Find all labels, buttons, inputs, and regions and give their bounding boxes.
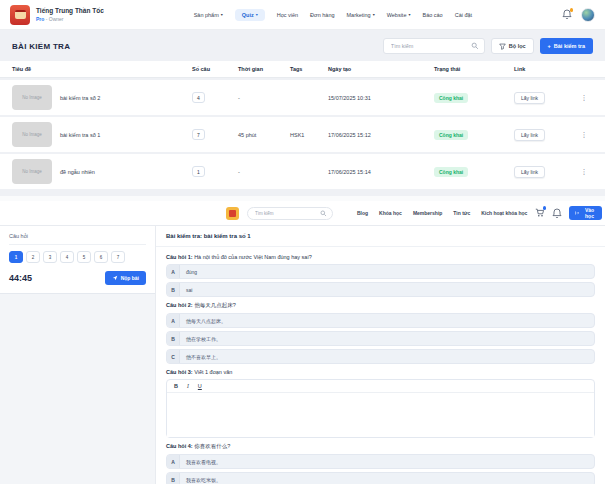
answer-option[interactable]: Ađúng xyxy=(166,264,595,279)
duration-cell: 45 phút xyxy=(238,132,290,138)
filter-button[interactable]: Bộ lọc xyxy=(491,38,534,54)
nav-item-cai-dat[interactable]: Cài đặt xyxy=(455,12,472,18)
nav-item-quiz[interactable]: Quiz▾ xyxy=(235,9,265,21)
row-menu-icon[interactable]: ⋮ xyxy=(576,168,592,176)
answer-option[interactable]: B我喜欢吃米饭。 xyxy=(166,472,595,484)
row-menu-icon[interactable]: ⋮ xyxy=(576,94,592,102)
site-logo-icon[interactable] xyxy=(226,207,239,220)
nav-item-website[interactable]: Website▾ xyxy=(387,12,411,18)
option-text: 我喜欢看电视。 xyxy=(180,455,227,468)
created-cell: 17/06/2025 15:14 xyxy=(328,169,434,175)
nav-link-blog[interactable]: Blog xyxy=(357,210,368,216)
get-link-button[interactable]: Lấy link xyxy=(514,166,545,178)
created-cell: 15/07/2025 10:31 xyxy=(328,95,434,101)
chevron-down-icon: ▾ xyxy=(373,13,375,17)
option-key: A xyxy=(167,314,180,327)
answer-option[interactable]: C他不喜欢早上。 xyxy=(166,349,595,364)
bold-icon[interactable]: B xyxy=(174,383,178,389)
col-created: Ngày tạo xyxy=(328,66,434,72)
nav-item-hoc-vien[interactable]: Học viên xyxy=(277,12,298,18)
status-badge: Công khai xyxy=(434,167,468,177)
brand-block: Tiếng Trung Thần Tốc Pro - Owner xyxy=(36,7,104,21)
notification-bell-icon[interactable] xyxy=(552,208,562,219)
col-tags: Tags xyxy=(290,66,328,72)
question-nav-card: Câu hỏi 1 2 3 4 5 6 7 44:45 Nộp bài xyxy=(0,226,155,294)
option-text: đúng xyxy=(180,265,203,278)
quiz-main: Bài kiểm tra: bài kiểm tra số 1 Câu hỏi … xyxy=(156,226,605,484)
search-icon xyxy=(471,42,479,50)
question-count-chip: 1 xyxy=(192,166,205,177)
col-link: Link xyxy=(514,66,576,72)
get-link-button[interactable]: Lấy link xyxy=(514,92,545,104)
row-menu-icon[interactable]: ⋮ xyxy=(576,131,592,139)
table-row[interactable]: No Imagebài kiểm tra số 2 4 - 15/07/2025… xyxy=(0,80,605,115)
quiz-section: Blog Khóa học Membership Tin tức Kích ho… xyxy=(0,196,605,484)
test-title: đề ngẫu nhiên xyxy=(60,169,95,175)
italic-icon[interactable]: I xyxy=(187,383,189,389)
plus-icon: + xyxy=(548,43,551,49)
login-arrow-icon xyxy=(575,210,579,216)
duration-cell: - xyxy=(238,169,290,175)
question-number-1[interactable]: 1 xyxy=(9,251,23,263)
option-key: A xyxy=(167,265,180,278)
tests-table: Tiêu đề Số câu Thời gian Tags Ngày tạo T… xyxy=(0,61,605,189)
nav-item-marketing[interactable]: Marketing▾ xyxy=(347,12,375,18)
brand-logo-icon[interactable] xyxy=(10,5,30,25)
option-key: B xyxy=(167,332,180,345)
nav-item-san-pham[interactable]: Sản phẩm▾ xyxy=(194,12,223,18)
nav-item-bao-cao[interactable]: Báo cáo xyxy=(422,12,442,18)
test-title: bài kiểm tra số 1 xyxy=(60,132,100,138)
user-avatar[interactable] xyxy=(581,8,595,22)
underline-icon[interactable]: U xyxy=(198,383,202,389)
submit-icon xyxy=(112,275,118,281)
option-text: sai xyxy=(180,283,198,296)
page-title: BÀI KIỂM TRA xyxy=(12,42,70,51)
brand-role: Owner xyxy=(49,16,64,22)
question-nav-title: Câu hỏi xyxy=(9,233,146,245)
site-header-icons: Vào học xyxy=(535,206,605,220)
cart-icon[interactable] xyxy=(535,208,545,218)
option-key: C xyxy=(167,350,180,363)
study-button[interactable]: Vào học xyxy=(569,206,602,220)
answer-option[interactable]: B他在学校工作。 xyxy=(166,331,595,346)
question-number-5[interactable]: 5 xyxy=(77,251,91,263)
question-number-list: 1 2 3 4 5 6 7 xyxy=(9,251,146,263)
status-badge: Công khai xyxy=(434,93,468,103)
essay-textarea[interactable] xyxy=(167,393,594,437)
chevron-down-icon: ▾ xyxy=(256,13,258,17)
question-heading: Câu hỏi 4: 你喜欢看什么? xyxy=(166,443,595,450)
site-nav: Blog Khóa học Membership Tin tức Kích ho… xyxy=(357,210,527,216)
table-row[interactable]: No Imagebài kiểm tra số 1 7 45 phút HSK1… xyxy=(0,117,605,152)
no-image-thumb: No Image xyxy=(12,122,52,147)
admin-section: Tiếng Trung Thần Tốc Pro - Owner Sản phẩ… xyxy=(0,0,605,196)
site-search-box xyxy=(247,207,333,220)
question-number-7[interactable]: 7 xyxy=(111,251,125,263)
nav-item-don-hang[interactable]: Đơn hàng xyxy=(310,12,334,18)
search-input[interactable] xyxy=(389,42,471,50)
create-test-button[interactable]: + Bài kiểm tra xyxy=(540,38,593,54)
site-search-input[interactable] xyxy=(253,210,320,217)
col-questions: Số câu xyxy=(192,66,238,72)
table-row[interactable]: No Imageđề ngẫu nhiên 1 - 17/06/2025 15:… xyxy=(0,154,605,189)
admin-nav: Sản phẩm▾ Quiz▾ Học viên Đơn hàng Market… xyxy=(194,9,472,21)
notification-bell-icon[interactable] xyxy=(562,9,572,20)
table-header-row: Tiêu đề Số câu Thời gian Tags Ngày tạo T… xyxy=(0,61,605,78)
question-number-3[interactable]: 3 xyxy=(43,251,57,263)
option-text: 他在学校工作。 xyxy=(180,332,227,345)
brand-logo-glyph xyxy=(15,10,26,19)
answer-option[interactable]: A我喜欢看电视。 xyxy=(166,454,595,469)
submit-button[interactable]: Nộp bài xyxy=(105,271,146,285)
question-number-6[interactable]: 6 xyxy=(94,251,108,263)
nav-link-tin-tuc[interactable]: Tin tức xyxy=(453,210,470,216)
nav-link-kich-hoat[interactable]: Kích hoạt khóa học xyxy=(481,210,527,216)
question-number-4[interactable]: 4 xyxy=(60,251,74,263)
chevron-down-icon: ▾ xyxy=(221,13,223,17)
created-cell: 17/06/2025 15:12 xyxy=(328,132,434,138)
answer-option[interactable]: Bsai xyxy=(166,282,595,297)
answer-option[interactable]: A他每天八点起床。 xyxy=(166,313,595,328)
nav-link-membership[interactable]: Membership xyxy=(413,210,442,216)
question-number-2[interactable]: 2 xyxy=(26,251,40,263)
get-link-button[interactable]: Lấy link xyxy=(514,129,545,141)
nav-link-khoa-hoc[interactable]: Khóa học xyxy=(379,210,402,216)
quiz-body: Câu hỏi 1 2 3 4 5 6 7 44:45 Nộp bài xyxy=(0,226,605,484)
